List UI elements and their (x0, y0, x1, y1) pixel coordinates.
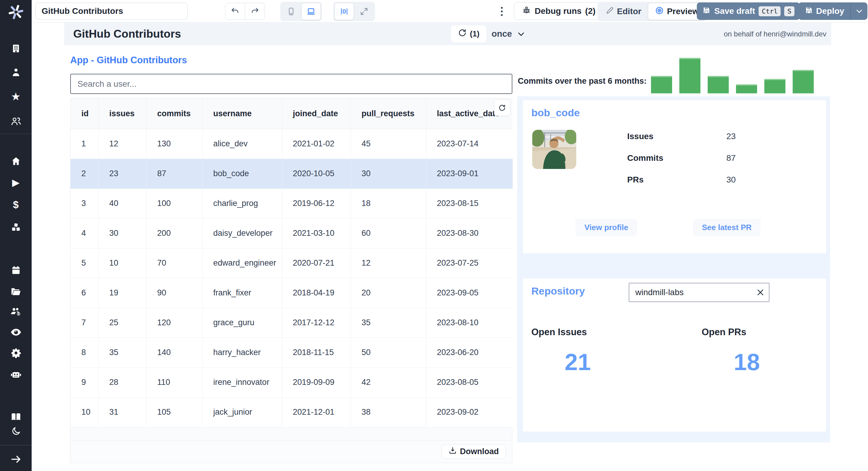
table-cell: 110 (146, 367, 202, 397)
desktop-view-button[interactable] (301, 3, 321, 20)
download-button[interactable]: Download (441, 444, 506, 459)
sidebar-divider (0, 134, 32, 134)
schedule-dropdown[interactable]: once (492, 23, 525, 45)
table-row[interactable]: 725120grace_guru2017-12-12352023-08-10 (70, 308, 513, 338)
table-empty-strip (70, 427, 512, 441)
more-menu-button[interactable] (496, 4, 508, 19)
table-row[interactable]: 340100charlie_prog2019-06-12182023-08-15 (70, 189, 513, 218)
refresh-icon (498, 104, 506, 112)
stat-label: Issues (627, 132, 726, 141)
preview-label: Preview (667, 7, 699, 16)
table-row[interactable]: 928110irene_innovator2019-09-09422023-08… (70, 367, 513, 397)
repository-card-title: Repository (531, 285, 585, 297)
sidebar-divider (0, 445, 32, 445)
table-cell: 7 (70, 308, 98, 338)
table-row[interactable]: 112130alice_dev2021-01-02452023-07-14 (70, 129, 513, 159)
table-row[interactable]: 1031105jack_junior2021-12-01382023-09-02 (70, 397, 513, 427)
undo-redo-group (225, 3, 265, 20)
person-icon[interactable] (0, 67, 32, 77)
view-profile-button[interactable]: View profile (575, 219, 637, 236)
play-icon[interactable]: ▶ (0, 178, 32, 187)
table-cell: 60 (350, 218, 426, 248)
table-cell: frank_fixer (202, 278, 282, 308)
repository-card: Repository Open Issues Open PRs 21 18 (523, 278, 826, 432)
app-name-input[interactable] (35, 3, 188, 20)
table-cell: 2023-08-05 (426, 367, 513, 397)
star-icon[interactable]: ★ (0, 91, 32, 102)
deploy-dropdown-button[interactable] (850, 2, 867, 20)
center-layout-button[interactable] (335, 3, 354, 20)
table-row[interactable]: 22387bob_code2020-10-05302023-09-01 (70, 159, 513, 189)
folder-icon[interactable] (0, 286, 32, 297)
download-label: Download (460, 447, 499, 456)
commit-bar (764, 79, 785, 93)
table-cell: 2023-06-20 (426, 338, 513, 367)
kbd-s: S (784, 6, 794, 16)
floppy-icon (702, 6, 711, 16)
book-icon[interactable] (0, 411, 32, 423)
stat-value: 87 (726, 153, 736, 163)
debug-runs-button[interactable]: Debug runs (2) (514, 2, 604, 20)
people-icon[interactable] (0, 115, 32, 127)
search-input[interactable] (70, 74, 513, 94)
fullscreen-button[interactable] (354, 3, 374, 20)
moon-icon[interactable] (0, 426, 32, 436)
table-row[interactable]: 835140harry_hacker2018-11-15502023-06-20 (70, 338, 513, 367)
robot-icon[interactable] (0, 369, 32, 381)
building-icon[interactable] (0, 43, 32, 54)
table-cell: 28 (98, 367, 146, 397)
table-row[interactable]: 61990frank_fixer2018-04-19202023-09-05 (70, 278, 513, 308)
table-row[interactable]: 51070edward_engineer2020-07-21122023-07-… (70, 248, 513, 278)
kbd-ctrl: Ctrl (758, 6, 781, 16)
mobile-view-button[interactable] (281, 3, 301, 20)
table-cell: 2018-11-15 (282, 338, 350, 367)
gear-icon[interactable] (0, 347, 32, 358)
eye-icon[interactable] (0, 326, 32, 338)
deploy-button[interactable]: Deploy (798, 2, 867, 20)
contributors-table: idissuescommitsusernamejoined_datepull_r… (70, 98, 513, 463)
column-header: commits (146, 99, 202, 129)
dollar-icon[interactable]: $ (0, 199, 32, 210)
column-header: username (202, 99, 282, 129)
save-draft-label: Save draft (714, 6, 755, 16)
avatar (532, 130, 576, 169)
editor-tab[interactable]: Editor (599, 3, 648, 20)
cubes-icon[interactable] (0, 222, 32, 233)
home-icon[interactable] (0, 156, 32, 166)
undo-button[interactable] (225, 3, 245, 20)
stat-row: Commits 87 (627, 153, 814, 163)
stat-label: PRs (627, 175, 726, 184)
table-cell: 100 (146, 189, 202, 218)
table-cell: charlie_prog (202, 189, 282, 218)
windmill-logo-icon[interactable] (0, 4, 32, 21)
pencil-icon (606, 6, 614, 17)
device-toggle-group (280, 2, 322, 21)
table-cell: 2019-09-09 (282, 367, 350, 397)
commit-bar (708, 76, 729, 93)
redo-button[interactable] (245, 3, 265, 20)
table-row[interactable]: 430200daisy_developer2021-03-10602023-08… (70, 218, 513, 248)
detail-panel: bob_code (517, 96, 830, 442)
commits-bar-chart (651, 58, 820, 93)
see-latest-pr-button[interactable]: See latest PR (693, 219, 761, 236)
windmill-app-preview: ★ ▶ $ (0, 0, 868, 471)
clear-input-button[interactable] (752, 283, 769, 301)
table-cell: 2023-09-02 (426, 397, 513, 427)
user-card: bob_code (523, 100, 826, 253)
table-cell: 2021-01-02 (282, 129, 350, 159)
save-draft-button[interactable]: Save draft Ctrl S (697, 2, 800, 20)
table-cell: 2023-07-25 (426, 248, 513, 278)
app-refresh-button[interactable]: (1) (451, 25, 487, 42)
column-header: issues (98, 99, 146, 129)
stat-value: 30 (726, 175, 736, 184)
calendar-icon[interactable] (0, 265, 32, 275)
arrow-right-icon[interactable] (0, 454, 32, 465)
repository-input[interactable] (629, 288, 752, 297)
users-gear-icon[interactable] (0, 306, 32, 318)
on-behalf-text: on behalf of henri@windmill.dev (724, 30, 827, 38)
app-canvas: App - GitHub Contributors idissuescommit… (32, 45, 868, 471)
table-cell: 2020-07-21 (282, 248, 350, 278)
table-cell: 1 (70, 129, 98, 159)
table-cell: 8 (70, 338, 98, 367)
table-refresh-button[interactable] (494, 100, 510, 116)
